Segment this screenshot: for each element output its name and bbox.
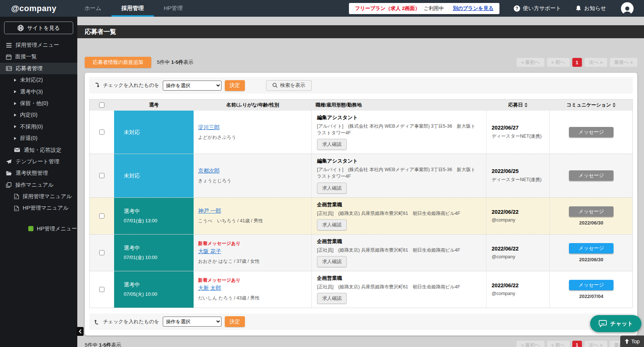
bulk-action-submit-button[interactable]: 決定 [225, 80, 245, 91]
sidebar-item-declined[interactable]: 辞退(0) [0, 132, 77, 144]
sidebar-item-label: 不採用(0) [20, 124, 43, 130]
select-all-checkbox[interactable] [99, 102, 104, 108]
bulk-action-submit-button[interactable]: 決定 [225, 316, 245, 327]
header-date[interactable]: 応募日 [486, 102, 550, 108]
application-source: @company [492, 217, 515, 223]
bulk-action-select[interactable]: 操作を選択 [163, 317, 221, 327]
main-content: 応募者一覧 応募者情報の新規追加 5件中 1-5件表示 « 最初へ « 前へ 1… [77, 17, 644, 347]
page-next-button[interactable]: 次へ » [585, 341, 607, 347]
paper-plane-icon [6, 159, 12, 164]
nav-hp-management[interactable]: HP管理 [154, 0, 193, 17]
status-label: 選考中 [124, 281, 194, 288]
chat-button[interactable]: チャット [590, 315, 641, 332]
page-next-button[interactable]: 次へ » [585, 58, 607, 67]
job-check-button[interactable]: 求人確認 [317, 293, 347, 304]
plan-banner: フリープラン（求人 2画面） ご利用中 別のプランを見る [349, 3, 499, 14]
sidebar-collapse-button[interactable] [77, 327, 84, 336]
nav-recruit-management[interactable]: 採用管理 [111, 0, 154, 17]
page-prev-button[interactable]: « 前へ [547, 341, 570, 347]
applicant-name-link[interactable]: 京都次郎 [198, 167, 220, 174]
sidebar-item-recruit-manual[interactable]: A 採用管理マニュアル [0, 191, 77, 202]
message-button[interactable]: メッセージ [569, 206, 614, 217]
row-checkbox[interactable] [99, 173, 104, 178]
green-square-icon [28, 226, 33, 231]
job-check-button[interactable]: 求人確認 [317, 139, 347, 150]
pagination-top: « 最初へ « 前へ 1 次へ » 最後へ » [517, 58, 637, 67]
application-date: 2022/06/27 [492, 125, 519, 131]
application-date: 2022/06/22 [492, 209, 519, 215]
show-search-button[interactable]: 検索を表示 [266, 80, 312, 91]
application-source: ディースターNET(連携) [492, 177, 542, 183]
sidebar-item-offer[interactable]: 内定(0) [0, 109, 77, 121]
application-date: 2022/06/22 [492, 246, 519, 252]
sidebar-item-notification-settings[interactable]: 通知・応答設定 [0, 144, 77, 156]
page-prev-button[interactable]: « 前へ [547, 58, 570, 67]
job-title: 編集アシスタント [317, 114, 358, 121]
status-label: 未対応 [124, 172, 194, 179]
page-first-button[interactable]: « 最初へ [517, 58, 544, 67]
job-detail: [アルバイト] (株式会社 本社内 WEBメディア事業部) 3丁目5-36 新大… [317, 123, 477, 136]
message-button[interactable]: メッセージ [569, 243, 614, 253]
sidebar-item-untouched[interactable]: 未対応(2) [0, 74, 77, 86]
page-last-button[interactable]: 最後へ » [610, 58, 637, 67]
svg-text:A: A [15, 196, 17, 199]
sidebar-item-interviews[interactable]: 面接一覧 [0, 51, 77, 62]
view-other-plans-link[interactable]: 別のプランを見る [453, 5, 493, 12]
message-button[interactable]: メッセージ [569, 170, 614, 181]
job-check-button[interactable]: 求人確認 [317, 256, 347, 267]
status-label: 未対応 [124, 129, 194, 136]
application-source: @company [492, 254, 515, 259]
furigana-text: よどがわさぶろう [198, 134, 236, 141]
header-job: 職種/雇用形態/勤務地 [312, 102, 486, 108]
job-detail: [正社員] (姫路支店) 兵庫県姫路市豊沢町61 朝日生命姫路南ビル4F [317, 247, 460, 253]
message-button[interactable]: メッセージ [569, 127, 614, 137]
applicant-name-link[interactable]: 淀川三郎 [198, 124, 220, 131]
result-count: 5件中 1-5件表示 [157, 59, 193, 66]
applicant-name-link[interactable]: 神戸 一郎 [198, 207, 221, 215]
applicant-name-link[interactable]: 大新 太郎 [198, 285, 221, 292]
support-button[interactable]: ? 使い方サポート [514, 5, 561, 12]
sidebar-item-template-management[interactable]: テンプレート管理 [0, 156, 77, 167]
page-first-button[interactable]: « 最初へ [517, 341, 544, 347]
sidebar-item-rejected[interactable]: 不採用(0) [0, 121, 77, 132]
furigana-text: こうべ いちろう / 41歳 / 男性 [198, 218, 263, 224]
sidebar-item-applicant-management[interactable]: 応募者管理 [0, 63, 77, 74]
sidebar: サイトを見る 採用管理メニュー 面接一覧 応募者管理 未対応(2) 選考中(3)… [0, 17, 77, 347]
row-checkbox[interactable] [99, 287, 104, 292]
user-avatar[interactable] [621, 2, 634, 15]
chevron-left-icon [79, 329, 82, 334]
scroll-to-top-button[interactable]: Top [620, 335, 644, 347]
row-checkbox[interactable] [99, 213, 104, 219]
sidebar-item-hp-manual[interactable]: A HP管理マニュアル [0, 202, 77, 214]
view-site-button[interactable]: サイトを見る [4, 22, 73, 34]
page-current-button[interactable]: 1 [572, 341, 582, 347]
sidebar-item-screening[interactable]: 選考中(3) [0, 86, 77, 98]
sidebar-item-manual[interactable]: 操作マニュアル [0, 179, 77, 191]
page-title-bar: 応募者一覧 [77, 25, 644, 38]
idcard-icon [6, 66, 12, 71]
page-current-button[interactable]: 1 [572, 58, 582, 67]
row-checkbox[interactable] [99, 130, 104, 135]
job-check-button[interactable]: 求人確認 [317, 219, 347, 230]
message-button[interactable]: メッセージ [569, 280, 614, 290]
sidebar-footer-hp-menu[interactable]: HP管理メニュー [0, 225, 77, 232]
status-label: 選考中 [124, 245, 194, 252]
sidebar-item-hold[interactable]: 保留・他(0) [0, 98, 77, 109]
application-source: @company [492, 291, 515, 296]
bulk-action-select[interactable]: 操作を選択 [163, 81, 221, 91]
job-check-button[interactable]: 求人確認 [317, 183, 347, 194]
sidebar-item-status-management[interactable]: 選考状態管理 [0, 167, 77, 179]
sidebar-item-recruit-menu[interactable]: 採用管理メニュー [0, 39, 77, 51]
apply-down-arrow-icon [94, 82, 100, 88]
status-cell: 未対応 [114, 111, 194, 154]
folder-open-icon [6, 171, 12, 176]
svg-text:A: A [15, 208, 17, 210]
add-applicant-button[interactable]: 応募者情報の新規追加 [85, 57, 151, 68]
header-communication[interactable]: コミュニケーション [550, 102, 633, 108]
nav-home[interactable]: ホーム [74, 0, 111, 17]
news-button[interactable]: お知らせ [575, 5, 606, 12]
job-detail: [アルバイト] (株式会社 本社内 WEBメディア事業部) 3丁目5-36 新大… [317, 166, 477, 180]
row-checkbox[interactable] [99, 250, 104, 255]
bulk-action-label: チェックを入れたものを [103, 82, 159, 89]
applicant-name-link[interactable]: 大阪 花子 [198, 248, 221, 255]
